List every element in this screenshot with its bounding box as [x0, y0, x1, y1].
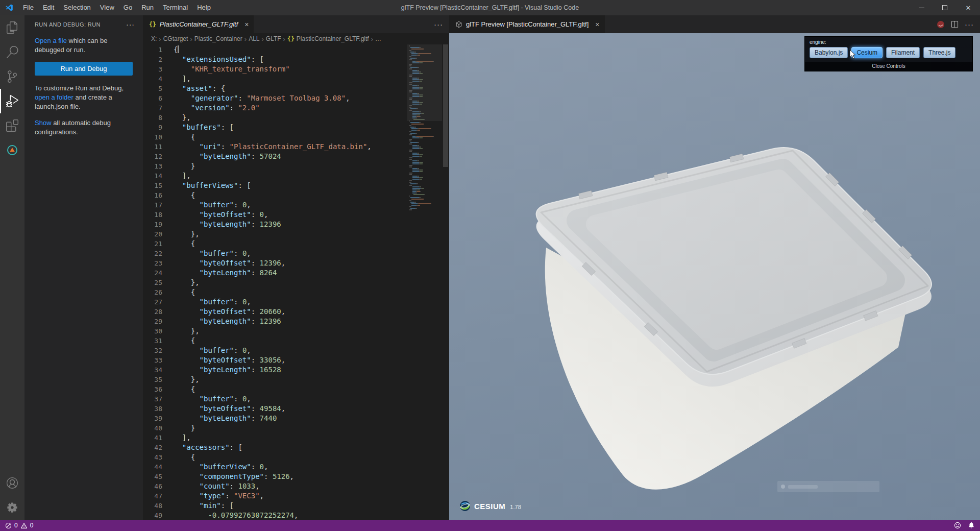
source-control-icon[interactable]	[0, 64, 24, 89]
code-line[interactable]: 47 "type": "VEC3",	[143, 491, 407, 501]
engine-button-threejs[interactable]: Three.js	[923, 47, 955, 58]
line-number[interactable]: 27	[143, 297, 162, 307]
line-number[interactable]: 21	[143, 239, 162, 249]
menu-go[interactable]: Go	[119, 0, 137, 15]
line-number[interactable]: 35	[143, 375, 162, 384]
maximize-button[interactable]	[933, 0, 957, 15]
close-window-button[interactable]: ✕	[957, 0, 980, 15]
code-line[interactable]: 44 "bufferView": 0,	[143, 462, 407, 472]
run-and-debug-icon[interactable]	[0, 89, 24, 113]
tab-gltf-file[interactable]: {} PlasticContainer_GLTF.gltf ×	[143, 15, 254, 33]
code-line[interactable]: 11 "uri": "PlasticContainer_GLTF_data.bi…	[143, 142, 407, 152]
menu-terminal[interactable]: Terminal	[158, 0, 192, 15]
line-number[interactable]: 31	[143, 336, 162, 346]
code-line[interactable]: 39 "byteLength": 7440	[143, 414, 407, 423]
minimize-button[interactable]	[910, 0, 933, 15]
search-icon[interactable]	[0, 40, 24, 64]
code-line[interactable]: 33 "byteOffset": 33056,	[143, 355, 407, 365]
open-folder-link[interactable]: open a folder	[35, 93, 74, 101]
code-line[interactable]: 3 "KHR_texture_transform"	[143, 64, 407, 74]
code-line[interactable]: 8 },	[143, 113, 407, 123]
code-line[interactable]: 41 ],	[143, 433, 407, 443]
breadcrumb-item[interactable]: X:	[151, 35, 157, 42]
engine-button-babylonjs[interactable]: Babylon.js	[810, 47, 848, 58]
code-line[interactable]: 21 {	[143, 239, 407, 249]
line-number[interactable]: 23	[143, 258, 162, 268]
line-number[interactable]: 36	[143, 384, 162, 394]
code-line[interactable]: 26 {	[143, 287, 407, 297]
bell-icon[interactable]	[968, 522, 975, 529]
3d-viewport[interactable]: engine: Babylon.jsCesiumFilamentThree.js…	[449, 33, 980, 520]
code-content[interactable]: 1{2 "extensionsUsed": [3 "KHR_texture_tr…	[143, 44, 407, 520]
code-line[interactable]: 9 "buffers": [	[143, 123, 407, 132]
line-number[interactable]: 2	[143, 55, 162, 64]
line-number[interactable]: 16	[143, 190, 162, 200]
code-line[interactable]: 10 {	[143, 132, 407, 142]
code-line[interactable]: 5 "asset": {	[143, 84, 407, 93]
line-number[interactable]: 10	[143, 132, 162, 142]
line-number[interactable]: 19	[143, 220, 162, 229]
line-number[interactable]: 41	[143, 433, 162, 443]
line-number[interactable]: 18	[143, 210, 162, 220]
breadcrumb-item[interactable]: CGtarget	[163, 35, 188, 42]
code-line[interactable]: 40 }	[143, 423, 407, 433]
line-number[interactable]: 17	[143, 200, 162, 210]
line-number[interactable]: 47	[143, 491, 162, 501]
preview-more-actions-icon[interactable]: ···	[965, 20, 974, 29]
line-number[interactable]: 29	[143, 317, 162, 326]
code-line[interactable]: 31 {	[143, 336, 407, 346]
line-number[interactable]: 11	[143, 142, 162, 152]
more-actions-icon[interactable]: ···	[434, 20, 443, 29]
line-number[interactable]: 13	[143, 161, 162, 171]
code-line[interactable]: 7 "version": "2.0"	[143, 103, 407, 113]
code-line[interactable]: 18 "byteOffset": 0,	[143, 210, 407, 220]
cesium-credit[interactable]: CESIUM 1.78	[459, 500, 521, 512]
line-number[interactable]: 24	[143, 268, 162, 278]
line-number[interactable]: 44	[143, 462, 162, 472]
code-line[interactable]: 6 "generator": "Marmoset Toolbag 3.08",	[143, 93, 407, 103]
line-number[interactable]: 37	[143, 394, 162, 404]
code-line[interactable]: 17 "buffer": 0,	[143, 200, 407, 210]
show-configurations-link[interactable]: Show	[35, 119, 52, 127]
close-tab-icon[interactable]: ×	[244, 20, 249, 29]
line-number[interactable]: 30	[143, 326, 162, 336]
extensions-icon[interactable]	[0, 113, 24, 138]
breadcrumb-item[interactable]: GLTF	[266, 35, 281, 42]
line-number[interactable]: 25	[143, 278, 162, 287]
engine-button-filament[interactable]: Filament	[886, 47, 920, 58]
code-line[interactable]: 29 "byteLength": 12396	[143, 317, 407, 326]
line-number[interactable]: 4	[143, 74, 162, 84]
line-number[interactable]: 40	[143, 423, 162, 433]
feedback-smiley-icon[interactable]	[954, 522, 961, 529]
code-line[interactable]: 45 "componentType": 5126,	[143, 472, 407, 481]
code-line[interactable]: 49 -0.07992763072252274,	[143, 511, 407, 520]
line-number[interactable]: 39	[143, 414, 162, 423]
attribution-box[interactable]	[777, 481, 879, 492]
menu-file[interactable]: File	[18, 0, 38, 15]
settings-gear-icon[interactable]	[0, 495, 24, 520]
minimap[interactable]	[407, 44, 442, 520]
tab-gltf-preview[interactable]: glTF Preview [PlasticContainer_GLTF.gltf…	[449, 15, 605, 33]
code-line[interactable]: 15 "bufferViews": [	[143, 181, 407, 190]
line-number[interactable]: 14	[143, 171, 162, 181]
problems-status[interactable]: 0 0	[5, 522, 33, 529]
code-line[interactable]: 24 "byteLength": 8264	[143, 268, 407, 278]
line-number[interactable]: 32	[143, 346, 162, 355]
line-number[interactable]: 43	[143, 452, 162, 462]
run-and-debug-button[interactable]: Run and Debug	[35, 62, 133, 76]
code-line[interactable]: 25 },	[143, 278, 407, 287]
line-number[interactable]: 6	[143, 93, 162, 103]
line-number[interactable]: 49	[143, 511, 162, 520]
code-line[interactable]: 38 "byteOffset": 49584,	[143, 404, 407, 414]
line-number[interactable]: 5	[143, 84, 162, 93]
line-number[interactable]: 20	[143, 229, 162, 239]
code-line[interactable]: 12 "byteLength": 57024	[143, 152, 407, 161]
code-line[interactable]: 48 "min": [	[143, 501, 407, 511]
menu-run[interactable]: Run	[137, 0, 158, 15]
line-number[interactable]: 38	[143, 404, 162, 414]
line-number[interactable]: 12	[143, 152, 162, 161]
split-editor-icon[interactable]	[951, 20, 959, 28]
line-number[interactable]: 42	[143, 443, 162, 452]
line-number[interactable]: 26	[143, 287, 162, 297]
open-file-link[interactable]: Open a file	[35, 37, 67, 44]
